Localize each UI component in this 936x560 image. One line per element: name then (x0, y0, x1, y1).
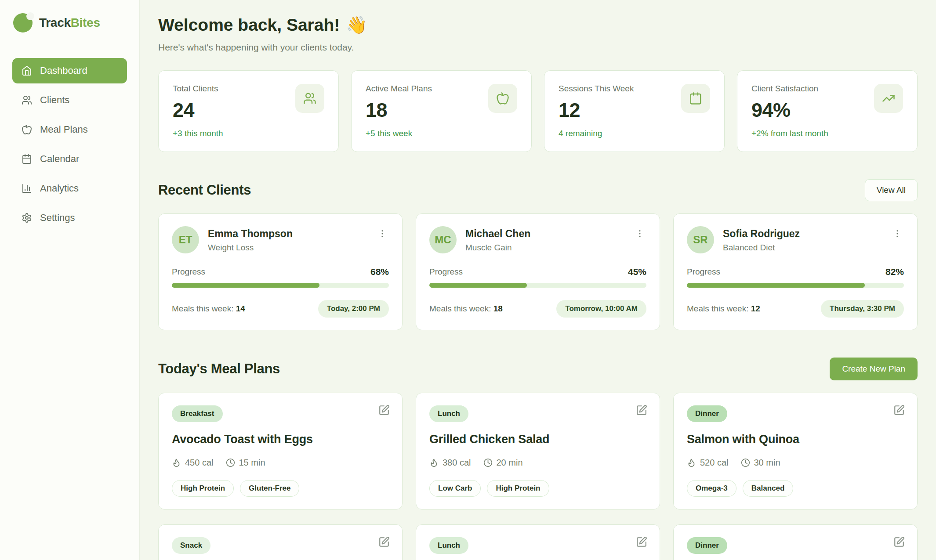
meal-name: Grilled Chicken Salad (429, 433, 646, 446)
meal-category-badge: Breakfast (172, 405, 223, 422)
meal-category-badge: Lunch (429, 537, 468, 554)
stat-note: +2% from last month (751, 129, 828, 138)
meal-name: Avocado Toast with Eggs (172, 433, 389, 446)
brand-name: TrackBites (39, 16, 100, 30)
stat-note: +5 this week (366, 129, 432, 138)
sidebar: TrackBites Dashboard Clients Meal Plans (0, 0, 140, 560)
meal-plans-title: Today's Meal Plans (158, 361, 280, 377)
meal-tag: High Protein (487, 480, 549, 497)
client-name: Sofia Rodriguez (723, 228, 800, 240)
sidebar-item-meal-plans[interactable]: Meal Plans (12, 117, 127, 142)
progress-percent: 82% (885, 267, 904, 277)
client-identity: Michael Chen Muscle Gain (465, 226, 530, 253)
stat-card-text: Total Clients 24 +3 this month (173, 84, 223, 138)
next-session-badge: Thursday, 3:30 PM (821, 300, 904, 318)
stat-label: Client Satisfaction (751, 84, 828, 94)
brand-logo: TrackBites (13, 13, 127, 33)
sidebar-item-settings[interactable]: Settings (12, 205, 127, 231)
time-info: 30 min (741, 458, 780, 468)
stat-card-text: Sessions This Week 12 4 remaining (559, 84, 634, 138)
apple-icon (488, 84, 517, 113)
page-title: Welcome back, Sarah! 👋 (158, 15, 918, 35)
edit-icon[interactable] (636, 536, 647, 548)
progress-label: Progress (429, 267, 463, 277)
calories-info: 380 cal (429, 458, 471, 468)
client-goal: Muscle Gain (465, 243, 530, 253)
edit-icon[interactable] (378, 405, 390, 416)
progress-bar-fill (687, 283, 865, 288)
recent-clients-section: Recent Clients View All ET Emma Thompson… (158, 179, 918, 330)
stat-card-text: Client Satisfaction 94% +2% from last mo… (751, 84, 828, 138)
stat-note: 4 remaining (559, 129, 634, 138)
calories-info: 450 cal (172, 458, 214, 468)
avatar: SR (687, 226, 714, 253)
flame-icon (687, 458, 696, 467)
edit-icon[interactable] (893, 405, 905, 416)
sidebar-item-dashboard[interactable]: Dashboard (12, 58, 127, 83)
client-goal: Weight Loss (208, 243, 293, 253)
time-info: 15 min (226, 458, 265, 468)
stat-label: Total Clients (173, 84, 223, 94)
meal-grid: Breakfast Avocado Toast with Eggs 450 ca… (158, 393, 918, 560)
edit-icon[interactable] (893, 536, 905, 548)
meal-tag: High Protein (172, 480, 234, 497)
view-all-button[interactable]: View All (865, 179, 918, 201)
waving-hand-emoji: 👋 (346, 15, 367, 35)
client-card-sofia-rodriguez: SR Sofia Rodriguez Balanced Diet Progres… (673, 213, 918, 330)
kebab-menu-icon[interactable] (633, 226, 646, 241)
calories-value: 380 cal (443, 458, 471, 468)
sidebar-item-analytics[interactable]: Analytics (12, 176, 127, 201)
clock-icon (226, 458, 235, 467)
meals-this-week: Meals this week: 18 (429, 304, 503, 314)
meal-category-badge: Snack (172, 537, 210, 554)
sidebar-item-label: Settings (40, 212, 75, 224)
sidebar-item-label: Analytics (40, 183, 79, 194)
progress-percent: 68% (370, 267, 389, 277)
brand-logo-icon (13, 13, 33, 33)
stats-row: Total Clients 24 +3 this month Active Me… (158, 70, 918, 152)
brand-name-track: Track (39, 16, 71, 29)
progress-bar-fill (172, 283, 319, 288)
calendar-icon (22, 154, 32, 164)
client-identity: Emma Thompson Weight Loss (208, 226, 293, 253)
progress-bar (687, 283, 904, 288)
progress-percent: 45% (628, 267, 646, 277)
apple-icon (22, 124, 32, 135)
stat-note: +3 this month (173, 129, 223, 138)
stat-card-sessions: Sessions This Week 12 4 remaining (544, 70, 725, 152)
users-icon (295, 84, 324, 113)
progress-label: Progress (172, 267, 205, 277)
sidebar-item-label: Clients (40, 94, 69, 106)
sidebar-item-clients[interactable]: Clients (12, 87, 127, 113)
progress-bar (172, 283, 389, 288)
sidebar-item-calendar[interactable]: Calendar (12, 146, 127, 172)
brand-name-bites: Bites (71, 16, 100, 29)
kebab-menu-icon[interactable] (376, 226, 389, 241)
client-grid: ET Emma Thompson Weight Loss Progress 68… (158, 213, 918, 330)
edit-icon[interactable] (636, 405, 647, 416)
client-identity: Sofia Rodriguez Balanced Diet (723, 226, 800, 253)
meal-card-greek-yogurt-parfait: Snack Greek Yogurt Parfait 210 cal 5 min (158, 524, 403, 560)
edit-icon[interactable] (378, 536, 390, 548)
stat-value: 94% (751, 99, 828, 122)
meals-count: 14 (236, 304, 245, 313)
trending-up-icon (874, 84, 903, 113)
stat-label: Active Meal Plans (366, 84, 432, 94)
meal-category-badge: Lunch (429, 405, 468, 422)
stat-card-active-meal-plans: Active Meal Plans 18 +5 this week (351, 70, 532, 152)
kebab-menu-icon[interactable] (891, 226, 904, 241)
meal-card-salmon-quinoa: Dinner Salmon with Quinoa 520 cal 30 min (673, 393, 918, 509)
meal-tag: Low Carb (429, 480, 481, 497)
stat-card-text: Active Meal Plans 18 +5 this week (366, 84, 432, 138)
meal-card-avocado-toast: Breakfast Avocado Toast with Eggs 450 ca… (158, 393, 403, 509)
create-new-plan-button[interactable]: Create New Plan (830, 358, 918, 380)
main-content: Welcome back, Sarah! 👋 Here's what's hap… (140, 0, 936, 560)
meals-label: Meals this week: (687, 304, 748, 313)
meal-card-veggie-stir-fry: Dinner Veggie Stir-Fry 340 cal 25 min (673, 524, 918, 560)
meals-label: Meals this week: (429, 304, 491, 313)
flame-icon (172, 458, 181, 467)
client-card-emma-thompson: ET Emma Thompson Weight Loss Progress 68… (158, 213, 403, 330)
meal-card-turkey-wrap: Lunch Turkey Wrap 420 cal 10 min (416, 524, 660, 560)
calendar-icon (681, 84, 710, 113)
meal-tag: Balanced (743, 480, 794, 497)
